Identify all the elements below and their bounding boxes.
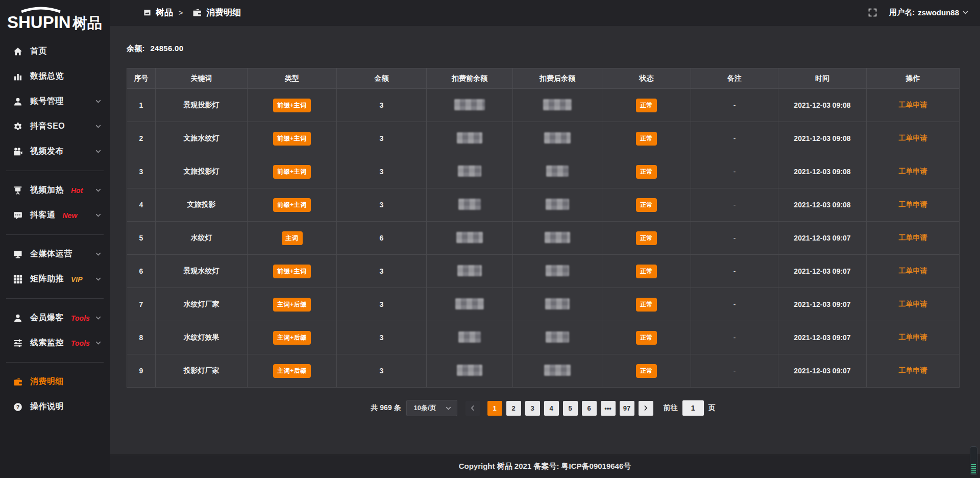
cell-type: 前缀+主词 [248,89,337,122]
sidebar-item-home[interactable]: 首页 [0,39,110,64]
sidebar-item-label: 抖音SEO [30,121,65,132]
cell-status: 正常 [602,321,691,354]
page-button[interactable]: 2 [506,401,521,416]
sidebar-item-operation-guide[interactable]: ?操作说明 [0,394,110,419]
status-badge: 正常 [636,298,657,312]
work-order-link[interactable]: 工单申请 [899,134,927,142]
type-badge: 前缀+主词 [273,165,311,179]
page-ellipsis-button[interactable]: ••• [601,401,616,416]
cell-remark: - [691,155,778,188]
censored-value [546,165,569,177]
cell-balance-before [427,288,513,321]
work-order-link[interactable]: 工单申请 [899,366,927,374]
type-badge: 主词+后缀 [273,298,311,312]
sidebar-menu: 首页数据总览账号管理抖音SEO视频发布视频加热Hot抖客通New全媒体运营矩阵助… [0,38,110,419]
cell-keyword: 水纹灯厂家 [156,288,248,321]
sidebar-item-video-heating[interactable]: 视频加热Hot [0,178,110,203]
work-order-link[interactable]: 工单申请 [899,333,927,341]
username-value: zswodun88 [918,8,959,17]
cell-remark: - [691,321,778,354]
table-row: 7水纹灯厂家主词+后缀3正常-2021-12-03 09:07工单申请 [127,288,960,321]
sidebar-item-clue-monitor[interactable]: 线索监控Tools [0,330,110,355]
cell-balance-before [427,255,513,288]
column-header: 关键词 [156,68,248,89]
work-order-link[interactable]: 工单申请 [899,300,927,308]
page-button[interactable]: 97 [620,401,634,416]
breadcrumb-separator: > [178,9,184,17]
page-size-select[interactable]: 10条/页 [406,400,457,416]
svg-text:?: ? [16,403,20,410]
cell-amount: 3 [337,255,427,288]
cell-index: 4 [127,188,156,222]
next-page-button[interactable] [639,401,653,416]
cell-balance-after [513,288,602,321]
wallet-icon [192,8,202,17]
cell-time: 2021-12-03 09:07 [778,354,867,388]
question-icon: ? [13,402,22,412]
cell-status: 正常 [602,354,691,388]
sidebar-item-media-operation[interactable]: 全媒体运营 [0,242,110,267]
prev-page-button[interactable] [465,401,480,416]
user-icon [13,314,22,323]
cell-balance-after [513,321,602,354]
work-order-link[interactable]: 工单申请 [899,233,927,242]
work-order-link[interactable]: 工单申请 [899,200,927,208]
sidebar-item-consumption-detail[interactable]: 消费明细 [0,369,110,394]
cell-amount: 3 [337,354,427,388]
column-header: 类型 [248,68,337,89]
page-button[interactable]: 5 [563,401,578,416]
sidebar-item-member-burst[interactable]: 会员爆客Tools [0,305,110,330]
type-badge: 前缀+主词 [273,198,311,212]
cell-action: 工单申请 [867,188,960,222]
type-badge: 前缀+主词 [273,132,311,146]
sidebar-item-account-management[interactable]: 账号管理 [0,89,110,114]
sidebar-item-label: 账号管理 [30,96,64,107]
goto-page-input[interactable] [682,400,704,416]
cell-status: 正常 [602,122,691,155]
censored-value [457,265,482,276]
cell-status: 正常 [602,288,691,321]
column-header: 备注 [691,68,778,89]
page-buttons: 123456•••97 [465,401,653,416]
page-button[interactable]: 4 [544,401,559,416]
logo-text-cn: 树品 [72,15,102,31]
cell-amount: 3 [337,155,427,188]
cell-balance-before [427,321,513,354]
user-dropdown[interactable]: 用户名: zswodun88 [889,8,969,17]
sidebar-divider [6,171,104,171]
page-button[interactable]: 6 [582,401,597,416]
status-badge: 正常 [636,99,657,112]
cell-amount: 6 [337,222,427,255]
chevron-down-icon [95,98,102,105]
cell-index: 7 [127,288,156,321]
sidebar-item-video-publish[interactable]: 视频发布 [0,139,110,164]
cell-amount: 3 [337,122,427,155]
goto-label: 前往 [664,403,678,413]
cell-keyword: 景观投影灯 [156,89,248,122]
wallet-icon [13,377,22,387]
cell-balance-after [513,155,602,188]
cell-amount: 3 [337,188,427,222]
sidebar-item-douyin-seo[interactable]: 抖音SEO [0,114,110,139]
censored-value [454,99,485,110]
cell-balance-after [513,354,602,388]
sidebar-item-douketong[interactable]: 抖客通New [0,203,110,228]
status-badge: 正常 [636,265,657,278]
breadcrumb-home[interactable]: 树品 [156,7,173,18]
censored-value [456,232,483,243]
page-button[interactable]: 1 [487,401,502,416]
work-order-link[interactable]: 工单申请 [899,167,927,175]
sidebar-item-matrix-boost[interactable]: 矩阵助推VIP [0,267,110,292]
sliders-icon [13,339,22,348]
cell-time: 2021-12-03 09:08 [778,89,867,122]
fullscreen-icon[interactable] [868,8,877,17]
page-button[interactable]: 3 [525,401,540,416]
work-order-link[interactable]: 工单申请 [899,101,927,109]
work-order-link[interactable]: 工单申请 [899,267,927,275]
cell-balance-after [513,89,602,122]
censored-value [545,232,570,243]
sidebar-item-data-overview[interactable]: 数据总览 [0,64,110,89]
table-row: 6景观水纹灯前缀+主词3正常-2021-12-03 09:07工单申请 [127,255,960,288]
main-column: 树品 > 消费明细 用户名: zswodun88 余额: 24856.00 [110,0,980,478]
sidebar-item-label: 首页 [30,46,47,57]
